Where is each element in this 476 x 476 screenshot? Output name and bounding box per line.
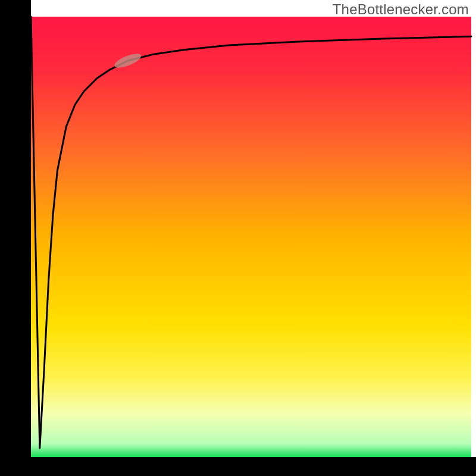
axis-right [471,17,471,457]
plot-gradient-area [31,17,471,457]
bottleneck-chart [0,0,476,476]
attribution-label: TheBottlenecker.com [333,1,469,18]
axis-bottom [0,457,476,476]
axis-left [0,0,31,476]
chart-container: { "attribution": "TheBottlenecker.com", … [0,0,476,476]
